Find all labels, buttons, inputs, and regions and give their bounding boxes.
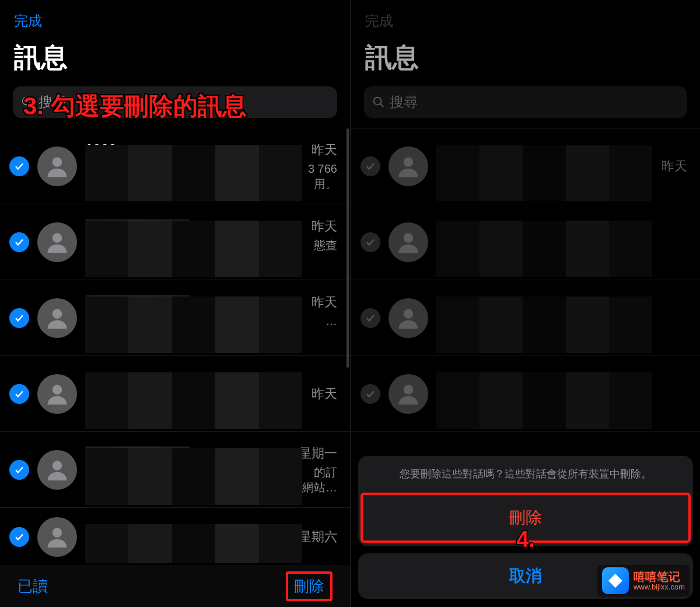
watermark: 嘻嘻笔记 www.bijixx.com [597, 565, 690, 596]
message-body: 星期六 [85, 508, 337, 566]
checkbox[interactable] [9, 308, 29, 328]
mark-read-button[interactable]: 已讀 [18, 576, 48, 596]
avatar [37, 374, 77, 414]
message-time: 昨天 [312, 218, 337, 235]
message-row[interactable]: 昨天 [0, 356, 350, 432]
phone-right: 完成 訊息 搜尋 1922 昨天 [350, 0, 700, 607]
person-icon [44, 457, 70, 483]
message-body: 1922 昨天 3 766 用。 [85, 128, 337, 204]
avatar [37, 517, 77, 557]
message-preview-tail: 3 766 用。 [85, 161, 337, 191]
person-icon [44, 305, 70, 331]
message-row[interactable]: 星期六 [0, 508, 350, 566]
person-icon [44, 524, 70, 550]
checkbox[interactable] [9, 156, 29, 176]
message-row[interactable]: 1922 昨天 3 766 用。 [0, 128, 350, 204]
watermark-url: www.bijixx.com [634, 583, 685, 591]
message-preview-tail: 態查 [85, 238, 337, 267]
checkmark-icon [14, 313, 24, 323]
scrollbar[interactable] [346, 128, 349, 368]
watermark-title: 嘻嘻笔记 [634, 570, 685, 583]
message-time: 星期一 [299, 445, 337, 462]
phone-left: 完成 訊息 搜尋 3. 勾選要刪除的訊息 1922 [0, 0, 350, 607]
comparison-container: 完成 訊息 搜尋 3. 勾選要刪除的訊息 1922 [0, 0, 700, 607]
message-row[interactable]: 星期一 的訂 網站… [0, 432, 350, 508]
annotation-step4: 4. [516, 527, 535, 552]
message-time: 星期六 [299, 528, 337, 546]
avatar [37, 450, 77, 490]
person-icon [44, 154, 70, 179]
svg-point-6 [52, 461, 62, 470]
message-row[interactable]: 昨天 … [0, 280, 350, 356]
avatar [37, 222, 77, 262]
svg-point-3 [52, 233, 62, 243]
message-preview-tail: … [85, 313, 337, 343]
bottom-toolbar: 已讀 刪除 [0, 565, 350, 607]
done-button[interactable]: 完成 [0, 0, 350, 36]
watermark-logo-icon [602, 567, 629, 594]
message-time: 昨天 [312, 294, 337, 311]
checkbox[interactable] [9, 232, 29, 252]
annotation-step3: 3. 勾選要刪除的訊息 [23, 90, 247, 123]
blurred-content [85, 372, 302, 429]
checkbox[interactable] [9, 527, 29, 547]
delete-button[interactable]: 刪除 [286, 571, 332, 601]
message-row[interactable]: 昨天 態查 [0, 204, 350, 280]
svg-point-5 [52, 385, 62, 395]
checkbox[interactable] [9, 384, 29, 404]
message-body: 昨天 … [85, 280, 337, 355]
message-time: 昨天 [312, 385, 337, 403]
checkmark-icon [14, 161, 24, 172]
action-sheet-message: 您要刪除這些對話嗎？這些對話會從所有裝置中刪除。 [358, 456, 693, 493]
messages-list: 1922 昨天 3 766 用。 昨天 [0, 128, 350, 566]
svg-point-4 [52, 309, 62, 319]
checkmark-icon [14, 465, 24, 475]
svg-point-2 [52, 157, 62, 167]
message-body: 星期一 的訂 網站… [85, 432, 337, 507]
svg-point-7 [52, 528, 62, 538]
checkmark-icon [14, 389, 24, 399]
message-body: 昨天 [85, 356, 337, 431]
avatar [37, 298, 77, 338]
avatar [37, 146, 77, 186]
blurred-content [85, 524, 302, 563]
checkmark-icon [14, 532, 24, 542]
page-title: 訊息 [0, 36, 350, 86]
person-icon [44, 381, 70, 407]
person-icon [44, 229, 70, 255]
message-time: 昨天 [312, 141, 337, 159]
checkbox[interactable] [9, 460, 29, 480]
message-body: 昨天 態查 [85, 204, 337, 280]
message-preview-tail: 的訂 網站… [85, 465, 337, 495]
checkmark-icon [14, 237, 24, 247]
